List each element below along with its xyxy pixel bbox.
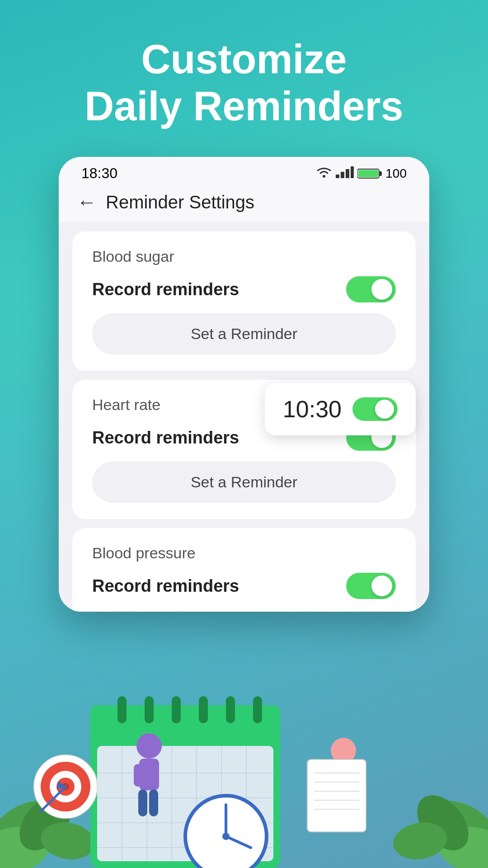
svg-rect-50 (138, 789, 147, 816)
hero-title: Customize Daily Reminders (84, 36, 403, 130)
heart-rate-reminder-label: Record reminders (92, 428, 239, 448)
toggle-knob-3 (371, 576, 392, 596)
heart-rate-set-reminder-btn[interactable]: Set a Reminder (92, 462, 396, 503)
blood-sugar-toggle[interactable] (346, 276, 396, 302)
blood-pressure-category: Blood pressure (92, 544, 396, 562)
hero-line2: Daily Reminders (84, 83, 403, 130)
page-title: Reminder Settings (106, 192, 254, 212)
tooltip-bubble: 10:30 (265, 383, 416, 435)
signal-icon (336, 165, 354, 181)
blood-pressure-reminder-row: Record reminders (92, 573, 396, 599)
blood-sugar-category: Blood sugar (92, 248, 396, 265)
svg-rect-3 (346, 169, 349, 178)
svg-rect-20 (172, 696, 181, 723)
blood-pressure-reminder-label: Record reminders (92, 576, 239, 596)
hero-line1: Customize (84, 36, 403, 83)
svg-rect-49 (151, 764, 159, 787)
blood-pressure-card: Blood pressure Record reminders (72, 528, 416, 612)
svg-rect-1 (336, 175, 339, 178)
svg-rect-48 (134, 764, 142, 787)
wifi-icon (316, 165, 332, 181)
blood-pressure-toggle[interactable] (346, 573, 396, 599)
svg-rect-60 (307, 760, 366, 832)
blood-sugar-set-reminder-btn[interactable]: Set a Reminder (92, 313, 396, 354)
tooltip-toggle[interactable] (352, 397, 398, 421)
blood-sugar-card: Blood sugar Record reminders Set a Remin… (72, 231, 416, 371)
svg-rect-7 (358, 170, 378, 177)
status-icons: 100 (316, 165, 407, 181)
battery-icon: 100 (357, 166, 407, 181)
illustration-area (0, 642, 488, 868)
svg-rect-6 (379, 171, 382, 176)
status-time: 18:30 (81, 165, 117, 182)
back-button[interactable]: ← (77, 191, 97, 213)
status-bar: 18:30 100 (59, 157, 429, 186)
blood-sugar-reminder-row: Record reminders (92, 276, 396, 302)
tooltip-toggle-knob (375, 400, 394, 419)
top-bar: ← Reminder Settings (59, 186, 429, 222)
svg-rect-18 (117, 696, 127, 723)
battery-level: 100 (385, 166, 407, 181)
blood-sugar-reminder-label: Record reminders (92, 280, 239, 299)
svg-rect-19 (145, 696, 154, 723)
svg-rect-22 (226, 696, 235, 723)
phone-mockup: 18:30 100 ← Reminder Settings Blood suga… (59, 157, 429, 612)
svg-rect-2 (341, 172, 344, 178)
svg-point-0 (323, 175, 325, 178)
svg-rect-21 (199, 696, 208, 723)
svg-point-46 (136, 733, 162, 759)
svg-rect-4 (351, 166, 354, 178)
svg-rect-51 (149, 789, 158, 816)
svg-rect-23 (253, 696, 262, 723)
tooltip-time: 10:30 (283, 396, 342, 423)
toggle-knob (371, 279, 392, 300)
